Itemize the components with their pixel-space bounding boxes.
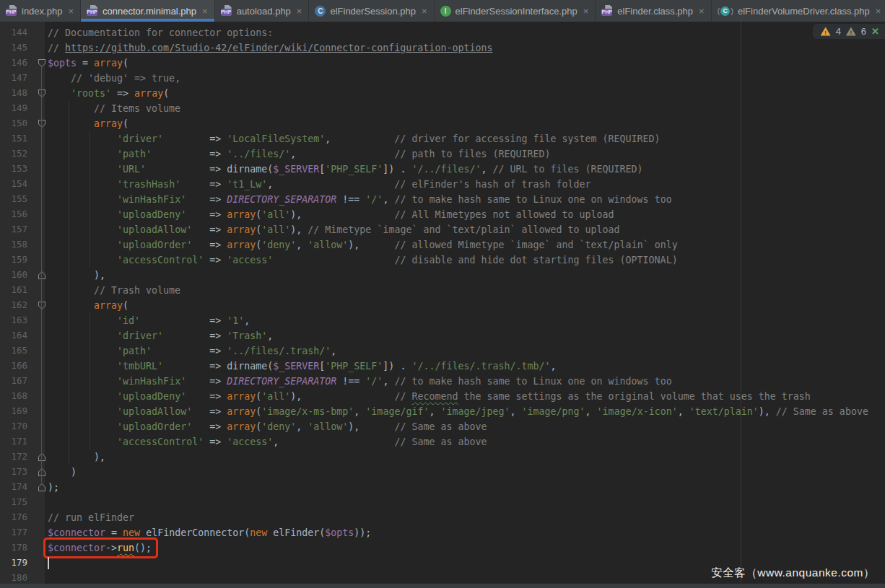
code-token: =>: [186, 391, 227, 402]
code-line[interactable]: [45, 495, 885, 510]
code-token: '/': [365, 376, 383, 387]
indent-guide: [90, 131, 90, 268]
code-line[interactable]: // https://github.com/Studio-42/elFinder…: [45, 40, 885, 56]
warning-count[interactable]: 4: [836, 26, 841, 37]
fold-collapse-icon[interactable]: [38, 59, 45, 67]
code-line[interactable]: 'path' => '../files/.trash/',: [45, 343, 885, 359]
code-line[interactable]: 'URL' => dirname($_SERVER['PHP_SELF']) .…: [45, 162, 885, 177]
code-line[interactable]: 'winHashFix' => DIRECTORY_SEPARATOR !== …: [45, 192, 885, 207]
code-token: '../files/.trash/': [227, 346, 331, 356]
code-line[interactable]: ),: [45, 268, 885, 283]
gutter-row: 144: [0, 25, 45, 40]
tab-elfinder-class-php[interactable]: PHPelFinder.class.php×: [596, 0, 711, 22]
code-token: 'text/plain': [689, 406, 759, 417]
inspections-nav-icon[interactable]: ✕: [871, 26, 879, 37]
code-line[interactable]: 'roots' => array(: [45, 86, 885, 101]
fold-end-icon[interactable]: [38, 271, 45, 279]
code-line[interactable]: 'tmbURL' => dirname($_SERVER['PHP_SELF']…: [45, 359, 885, 374]
code-line[interactable]: // run elFinder: [45, 510, 885, 525]
code-line[interactable]: 'uploadDeny' => array('all'), // All Mim…: [45, 207, 885, 222]
code-token: =>: [192, 406, 227, 417]
tab-close-icon[interactable]: ×: [68, 6, 74, 16]
fold-end-icon[interactable]: [38, 453, 45, 461]
code-token: [48, 391, 117, 402]
code-token: ,: [331, 346, 336, 356]
line-number: 174: [0, 481, 27, 492]
code-token: ,: [481, 164, 492, 175]
tab-close-icon[interactable]: ×: [297, 6, 302, 16]
code-token: //: [48, 43, 65, 53]
code-line[interactable]: 'driver' => 'LocalFileSystem', // driver…: [45, 131, 885, 146]
code-token: [48, 88, 71, 99]
code-line[interactable]: // Trash volume: [45, 283, 885, 298]
code-token: 'uploadDeny': [117, 391, 186, 402]
code-line[interactable]: // Items volume: [45, 101, 885, 116]
gutter-row: 152: [0, 146, 45, 162]
tab-elfindersessioninterface-php[interactable]: IelFinderSessionInterface.php×: [435, 0, 596, 22]
code-line[interactable]: 'path' => '../files/', // path to files …: [45, 146, 885, 162]
code-line[interactable]: 'uploadDeny' => array('all'), // Recomen…: [45, 389, 885, 404]
fold-collapse-icon[interactable]: [38, 302, 45, 310]
code-token: 'deny': [261, 421, 296, 432]
code-line[interactable]: // Documentation for connector options:: [45, 25, 885, 40]
code-line[interactable]: 'accessControl' => 'access' // disable a…: [45, 253, 885, 268]
gutter-row: 156: [0, 207, 45, 222]
fold-collapse-icon[interactable]: [38, 89, 45, 97]
tab-connector-minimal-php[interactable]: PHPconnector.minimal.php×: [81, 0, 215, 22]
code-token: // disable and hide dot starting files (…: [394, 255, 677, 266]
code-token: new: [123, 527, 140, 538]
fold-collapse-icon[interactable]: [38, 120, 45, 128]
code-line[interactable]: $connector->run();: [45, 540, 885, 556]
code-line[interactable]: 'uploadAllow' => array('image/x-ms-bmp',…: [45, 404, 885, 419]
fold-end-icon[interactable]: [38, 468, 45, 476]
code-token: // Same as above: [776, 406, 868, 417]
code-line[interactable]: 'uploadOrder' => array('deny', 'allow'),…: [45, 237, 885, 253]
code-token: ,: [383, 194, 394, 205]
tab-elfindersession-php[interactable]: CelFinderSession.php×: [309, 0, 434, 22]
tab-close-icon[interactable]: ×: [876, 6, 881, 16]
code-line[interactable]: );: [45, 480, 885, 495]
code-token: =>: [186, 376, 227, 387]
code-token: ,: [585, 406, 597, 417]
gutter-row: 158: [0, 237, 45, 253]
tab-close-icon[interactable]: ×: [699, 6, 705, 16]
code-line[interactable]: 'accessControl' => 'access', // Same as …: [45, 434, 885, 449]
code-token: [48, 436, 117, 447]
code-token: 'driver': [117, 133, 163, 144]
code-token: ,: [429, 406, 440, 417]
code-line[interactable]: 'uploadAllow' => array('all'), // Mimety…: [45, 222, 885, 237]
fold-end-icon[interactable]: [38, 483, 45, 491]
code-token: );: [48, 482, 59, 493]
code-line[interactable]: array(: [45, 116, 885, 131]
tab-close-icon[interactable]: ×: [202, 6, 208, 16]
code-line[interactable]: ),: [45, 449, 885, 465]
tab-label: elFinderSession.php: [330, 6, 416, 17]
code-line[interactable]: // 'debug' => true,: [45, 71, 885, 86]
code-token: (: [123, 118, 128, 129]
inspections-widget[interactable]: ! 4 ! 6 ✕: [813, 24, 885, 39]
code-line[interactable]: 'driver' => 'Trash',: [45, 328, 885, 343]
gutter-row: 149: [0, 101, 45, 116]
code-line[interactable]: 'uploadOrder' => array('deny', 'allow'),…: [45, 419, 885, 434]
tab-close-icon[interactable]: ×: [422, 6, 427, 16]
code-line[interactable]: ): [45, 465, 885, 480]
code-line[interactable]: $opts = array(: [45, 56, 885, 71]
code-line[interactable]: 'id' => '1',: [45, 313, 885, 328]
tab-elfindervolumedriver-class-php[interactable]: (C)elFinderVolumeDriver.class.php×: [712, 0, 885, 22]
code-line[interactable]: 'trashHash' => 't1_Lw', // elFinder's ha…: [45, 177, 885, 192]
code-token: array: [227, 406, 256, 417]
weak-warning-count[interactable]: 6: [861, 26, 866, 37]
code-line[interactable]: 'winHashFix' => DIRECTORY_SEPARATOR !== …: [45, 374, 885, 389]
code-line[interactable]: array(: [45, 298, 885, 313]
code-token: array: [134, 88, 163, 99]
gutter-row: 172: [0, 449, 45, 465]
code-token: // elFinder's hash of trash folder: [394, 179, 590, 190]
tab-index-php[interactable]: PHPindex.php×: [0, 0, 81, 22]
tab-close-icon[interactable]: ×: [583, 6, 589, 16]
code-token: [48, 285, 94, 296]
editor-pane[interactable]: // Documentation for connector options:/…: [0, 22, 885, 588]
line-number: 151: [0, 133, 27, 144]
code-line[interactable]: $connector = new elFinderConnector(new e…: [45, 525, 885, 540]
code-area[interactable]: // Documentation for connector options:/…: [45, 22, 885, 588]
tab-autoload-php[interactable]: PHPautoload.php×: [215, 0, 310, 22]
